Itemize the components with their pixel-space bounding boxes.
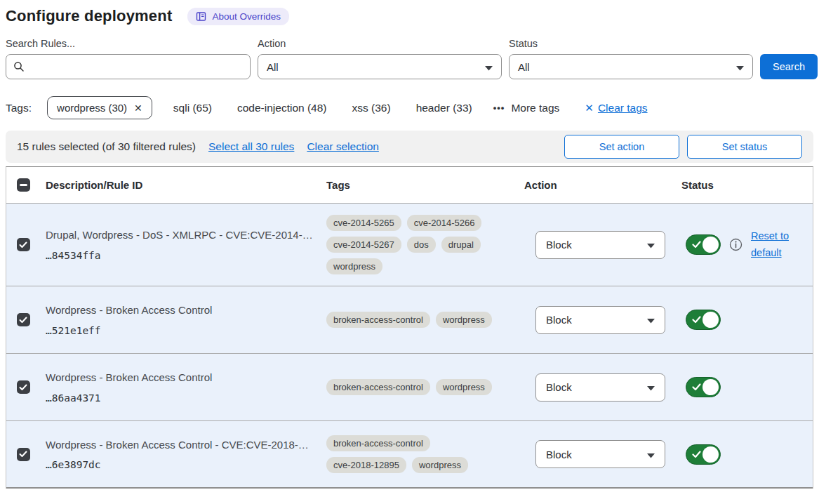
info-icon[interactable] xyxy=(729,238,743,251)
selected-tag-label: wordpress (30) xyxy=(57,102,127,114)
chevron-down-icon xyxy=(647,239,655,251)
rule-description-cell: Wordpress - Broken Access Control - CVE:… xyxy=(40,438,321,470)
chevron-down-icon xyxy=(485,61,493,73)
about-overrides-label: About Overrides xyxy=(212,11,281,22)
rule-tags: cve-2014-5265cve-2014-5266cve-2014-5267d… xyxy=(326,215,505,274)
more-tags-label: More tags xyxy=(511,102,559,114)
indeterminate-mark xyxy=(20,184,27,186)
chevron-down-icon xyxy=(647,381,655,393)
action-select[interactable]: Block xyxy=(535,231,665,259)
action-select[interactable]: Block xyxy=(535,306,665,334)
about-overrides-badge[interactable]: About Overrides xyxy=(187,8,289,25)
tag-pill: wordpress xyxy=(436,379,492,395)
reset-to-default-link[interactable]: Reset to default xyxy=(751,228,794,260)
page-title: Configure deployment xyxy=(6,7,172,25)
tag-pill: broken-access-control xyxy=(326,435,430,451)
col-tags: Tags xyxy=(321,179,519,191)
status-filter-value: All xyxy=(518,61,530,73)
tags-bar: Tags: wordpress (30) ✕ sqli (65)code-inj… xyxy=(6,96,813,119)
table-header-row: Description/Rule ID Tags Action Status xyxy=(6,167,813,204)
rule-status-cell xyxy=(676,377,813,397)
clear-tags-link[interactable]: ✕ Clear tags xyxy=(585,102,647,114)
more-tags-button[interactable]: ••• More tags xyxy=(493,102,560,114)
table-row: Wordpress - Broken Access Control …521e1… xyxy=(6,286,813,354)
rule-action-cell: Block xyxy=(519,306,676,334)
set-action-button[interactable]: Set action xyxy=(564,135,679,159)
status-toggle[interactable] xyxy=(686,444,721,465)
status-toggle[interactable] xyxy=(686,377,721,397)
row-checkbox-cell xyxy=(6,238,40,251)
toggle-knob xyxy=(703,237,719,253)
status-toggle[interactable] xyxy=(686,310,721,330)
table-row: Wordpress - Broken Access Control …86aa4… xyxy=(6,354,813,421)
rule-description-cell: Wordpress - Broken Access Control …86aa4… xyxy=(40,371,321,403)
status-toggle[interactable] xyxy=(686,234,721,255)
select-all-checkbox[interactable] xyxy=(17,178,30,192)
tag-pill: wordpress xyxy=(436,312,492,328)
status-filter-label: Status xyxy=(509,38,753,49)
search-button[interactable]: Search xyxy=(760,54,818,79)
row-checkbox-cell xyxy=(6,380,40,394)
action-select[interactable]: Block xyxy=(535,373,665,402)
tag-pill: cve-2018-12895 xyxy=(326,457,406,473)
search-field-label: Search Rules... xyxy=(6,38,251,49)
rule-tags-cell: cve-2014-5265cve-2014-5266cve-2014-5267d… xyxy=(321,215,519,274)
clear-tags-label: Clear tags xyxy=(598,102,648,114)
rules-table: Description/Rule ID Tags Action Status D… xyxy=(6,166,813,489)
tag-pill: broken-access-control xyxy=(326,312,430,328)
chevron-down-icon xyxy=(736,61,744,73)
remove-tag-icon[interactable]: ✕ xyxy=(134,102,142,114)
tag-filter[interactable]: sqli (65) xyxy=(173,102,212,114)
rule-description-cell: Drupal, Wordpress - DoS - XMLRPC - CVE:C… xyxy=(40,228,321,260)
action-filter-group: Action All xyxy=(258,38,502,79)
rule-id: …86aa4371 xyxy=(46,392,315,404)
rules-table-body: Drupal, Wordpress - DoS - XMLRPC - CVE:C… xyxy=(6,204,813,489)
table-row: Drupal, Wordpress - DoS - XMLRPC - CVE:C… xyxy=(6,204,813,286)
action-select[interactable]: Block xyxy=(535,440,665,468)
tag-pill: cve-2014-5267 xyxy=(326,237,401,253)
clear-selection-link[interactable]: Clear selection xyxy=(307,140,379,153)
tag-pill: broken-access-control xyxy=(326,379,430,395)
rule-status-cell: Reset to default xyxy=(676,228,813,260)
search-field-group: Search Rules... xyxy=(6,38,251,79)
search-input-wrap xyxy=(6,54,251,79)
rule-action-cell: Block xyxy=(519,440,676,468)
rule-description: Drupal, Wordpress - DoS - XMLRPC - CVE:C… xyxy=(46,228,315,242)
search-input[interactable] xyxy=(30,61,243,73)
check-icon xyxy=(692,241,701,248)
selection-actions: Set action Set status xyxy=(564,135,802,159)
rule-action-cell: Block xyxy=(519,373,676,402)
rule-id: …521e1eff xyxy=(46,325,315,336)
row-checkbox[interactable] xyxy=(17,380,30,394)
rule-description: Wordpress - Broken Access Control xyxy=(46,371,315,385)
row-checkbox[interactable] xyxy=(17,448,30,461)
chevron-down-icon xyxy=(647,449,655,460)
tag-pill: cve-2014-5266 xyxy=(407,215,482,231)
rule-tags-cell: broken-access-controlwordpress xyxy=(321,312,519,328)
action-filter-select[interactable]: All xyxy=(258,54,502,79)
page-header: Configure deployment About Overrides xyxy=(6,7,813,25)
status-filter-select[interactable]: All xyxy=(509,54,753,79)
row-checkbox[interactable] xyxy=(17,313,30,326)
rule-tags-cell: broken-access-controlcve-2018-12895wordp… xyxy=(321,435,519,473)
col-status: Status xyxy=(676,179,813,191)
toggle-knob xyxy=(703,312,719,328)
check-icon xyxy=(692,451,701,458)
selection-bar: 15 rules selected (of 30 filtered rules)… xyxy=(6,131,813,163)
tag-filter[interactable]: xss (36) xyxy=(352,102,391,114)
check-icon xyxy=(692,383,701,391)
rule-id: …6e3897dc xyxy=(46,459,315,470)
tag-pill: wordpress xyxy=(412,457,468,473)
action-filter-value: All xyxy=(267,61,279,73)
selection-summary: 15 rules selected (of 30 filtered rules) xyxy=(17,140,196,153)
row-checkbox[interactable] xyxy=(17,238,30,251)
select-all-link[interactable]: Select all 30 rules xyxy=(208,140,294,153)
set-status-button[interactable]: Set status xyxy=(687,135,802,159)
action-filter-label: Action xyxy=(258,38,502,49)
tag-pill: drupal xyxy=(441,237,481,253)
rule-status-cell xyxy=(676,310,813,330)
tag-filter[interactable]: header (33) xyxy=(416,102,472,114)
tag-filter[interactable]: code-injection (48) xyxy=(237,102,327,114)
status-filter-group: Status All xyxy=(509,38,753,79)
selected-tag-chip[interactable]: wordpress (30) ✕ xyxy=(47,96,152,119)
